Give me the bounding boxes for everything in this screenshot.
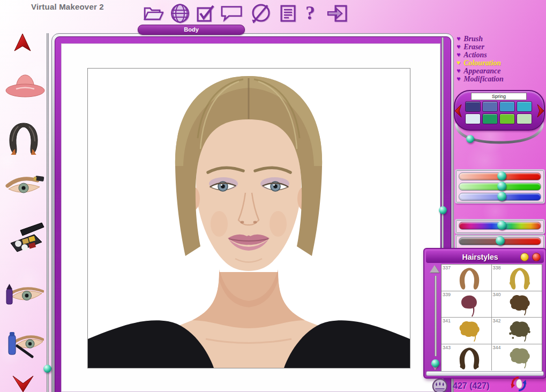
hairstyles-window: Hairstyles 337 338 339 340 xyxy=(423,248,546,379)
blue-slider-knob[interactable] xyxy=(497,192,506,201)
color-swatch[interactable] xyxy=(499,101,515,112)
scroll-up-icon[interactable] xyxy=(430,265,439,273)
left-rail-handle[interactable] xyxy=(43,365,51,373)
heart-bullet-icon: ♥ xyxy=(457,67,460,75)
svg-text:?: ? xyxy=(305,3,315,24)
sidebar-item-eyeshadow-palette[interactable] xyxy=(6,218,45,258)
menu-item-actions[interactable]: ♥Actions xyxy=(457,51,504,59)
green-slider[interactable] xyxy=(459,183,541,191)
red-slider[interactable] xyxy=(459,172,541,180)
heart-bullet-icon: ♥ xyxy=(457,43,460,51)
hairstyle-item[interactable]: 341 xyxy=(442,318,492,344)
sidebar-item-mascara[interactable] xyxy=(6,330,44,363)
palette-swatches xyxy=(465,101,532,124)
hairstyles-titlebar[interactable]: Hairstyles xyxy=(426,251,544,263)
model-photo[interactable] xyxy=(87,68,410,368)
palette-arc-handle[interactable] xyxy=(466,135,474,143)
exit-icon[interactable] xyxy=(326,3,349,24)
heart-bullet-icon: ♥ xyxy=(457,35,460,43)
canvas-left-rail[interactable] xyxy=(47,33,49,392)
hairstyles-title: Hairstyles xyxy=(426,253,520,261)
refresh-icon[interactable] xyxy=(506,376,532,392)
sidebar-item-hat[interactable] xyxy=(4,72,46,100)
blue-slider[interactable] xyxy=(459,193,541,201)
hairstyle-count: 427 (427) xyxy=(453,381,490,391)
sidebar-item-scroll-up[interactable] xyxy=(12,32,33,56)
open-folder-icon[interactable] xyxy=(141,3,165,24)
checklist-icon[interactable] xyxy=(194,3,218,24)
color-swatch[interactable] xyxy=(499,114,515,124)
palette-next-arrow-icon[interactable] xyxy=(537,104,544,118)
sidebar-item-wig[interactable] xyxy=(5,121,42,157)
window-title: Virtual Makeover 2 xyxy=(31,2,104,11)
color-swatch[interactable] xyxy=(482,101,498,112)
scroll-handle[interactable] xyxy=(431,359,439,367)
heart-bullet-icon: ♥ xyxy=(457,75,460,83)
color-swatch[interactable] xyxy=(465,101,481,112)
hue-slider[interactable] xyxy=(459,222,541,230)
heart-bullet-icon: ♥ xyxy=(457,59,460,67)
hairstyle-item[interactable]: 337 xyxy=(442,265,492,291)
palette-prev-arrow-icon[interactable] xyxy=(454,104,462,118)
green-slider-knob[interactable] xyxy=(497,182,506,191)
value-slider-group xyxy=(455,235,545,250)
color-swatch[interactable] xyxy=(465,114,481,124)
tab-body[interactable]: Body xyxy=(138,25,245,35)
hairstyle-item[interactable]: 343 xyxy=(442,344,492,371)
tools-menu: ♥Brush ♥Eraser ♥Actions ♥Colouration ♥Ap… xyxy=(457,35,504,83)
hue-slider-group xyxy=(455,219,545,234)
color-swatch[interactable] xyxy=(482,114,498,124)
comment-icon[interactable] xyxy=(220,3,243,24)
hairstyle-item[interactable]: 344 xyxy=(492,344,542,371)
sidebar-item-scroll-down[interactable] xyxy=(11,374,35,392)
value-slider-knob[interactable] xyxy=(496,236,505,245)
red-slider-knob[interactable] xyxy=(497,171,506,180)
value-slider[interactable] xyxy=(459,237,541,245)
hairstyle-item[interactable]: 340 xyxy=(492,291,542,318)
menu-item-modification[interactable]: ♥Modification xyxy=(457,75,504,83)
menu-item-eraser[interactable]: ♥Eraser xyxy=(457,43,504,51)
help-icon[interactable]: ? xyxy=(301,3,319,24)
hairstyle-item[interactable]: 342 xyxy=(492,318,542,344)
sidebar-item-eyebrows[interactable] xyxy=(4,174,46,201)
disable-icon[interactable] xyxy=(249,3,272,24)
virtual-makeover-app: Virtual Makeover 2 xyxy=(0,0,546,392)
menu-item-brush[interactable]: ♥Brush xyxy=(457,35,504,43)
hairstyle-count-badge-icon xyxy=(430,378,450,392)
color-palette-box: Spring xyxy=(454,90,545,131)
head-mesh-icon[interactable] xyxy=(168,3,192,24)
hairstyle-item[interactable]: 339 xyxy=(442,291,492,318)
minimize-button[interactable] xyxy=(520,253,529,261)
sidebar-item-eyeliner[interactable] xyxy=(3,283,44,311)
right-rail-handle[interactable] xyxy=(439,206,447,214)
menu-item-appearance[interactable]: ♥Appearance xyxy=(457,67,504,75)
hairstyles-grid: 337 338 339 340 341 342 xyxy=(441,264,542,372)
scroll-rail[interactable] xyxy=(435,276,437,356)
palette-name-label: Spring xyxy=(471,93,527,100)
hairstyles-scrollbar xyxy=(427,264,440,371)
hairstyle-item[interactable]: 338 xyxy=(492,265,542,291)
notes-icon[interactable] xyxy=(276,3,300,24)
close-button[interactable] xyxy=(532,253,541,261)
hairstyles-bottom-bar xyxy=(426,371,544,376)
heart-bullet-icon: ♥ xyxy=(457,51,460,59)
color-swatch[interactable] xyxy=(517,114,532,124)
color-swatch[interactable] xyxy=(517,101,532,112)
menu-item-colouration[interactable]: ♥Colouration xyxy=(457,59,504,67)
hue-slider-knob[interactable] xyxy=(497,221,506,230)
rgb-slider-group xyxy=(455,169,545,203)
